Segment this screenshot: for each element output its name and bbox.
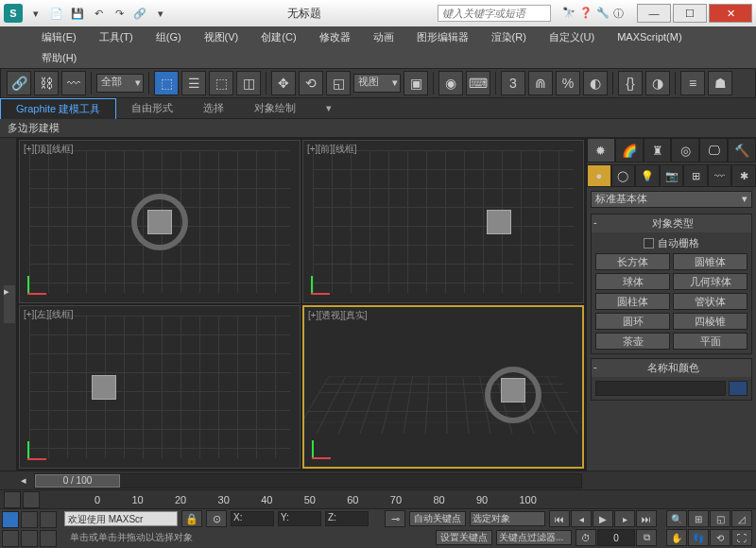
rollout-header[interactable]: -对象类型 [592, 214, 751, 232]
motion-tab-icon[interactable]: ◎ [671, 138, 699, 163]
maximize-vp-icon[interactable]: ⛶ [731, 529, 752, 546]
nav-icon[interactable] [2, 511, 19, 528]
selection-combo[interactable]: 选定对象 [470, 511, 545, 526]
angle-snap-icon[interactable]: ⋒ [528, 71, 553, 95]
snap-3-icon[interactable]: 3 [501, 71, 525, 95]
time-slider[interactable]: 0 / 100 [34, 473, 582, 488]
menu-group[interactable]: 组(G) [152, 28, 185, 46]
viewport-label[interactable]: [+][顶][线框] [24, 143, 74, 156]
scale-tool-icon[interactable]: ◱ [326, 71, 351, 95]
goto-start-icon[interactable]: ⏮ [549, 510, 570, 527]
close-button[interactable]: ✕ [709, 4, 752, 23]
helpers-icon[interactable]: ⊞ [683, 164, 708, 187]
sphere-button[interactable]: 球体 [595, 273, 670, 290]
move-tool-icon[interactable]: ✥ [271, 71, 296, 95]
geosphere-button[interactable]: 几何球体 [673, 273, 747, 290]
systems-icon[interactable]: ✱ [731, 164, 756, 187]
tube-button[interactable]: 管状体 [673, 293, 747, 310]
menu-maxscript[interactable]: MAXScript(M) [613, 29, 685, 44]
open-icon[interactable]: 📄 [47, 4, 66, 23]
play-icon[interactable]: ▶ [593, 510, 613, 527]
minimize-button[interactable]: — [637, 4, 671, 23]
spinner-snap-icon[interactable]: ◐ [583, 71, 608, 95]
box-button[interactable]: 长方体 [595, 253, 670, 270]
menu-animation[interactable]: 动画 [369, 28, 398, 46]
fov-icon[interactable]: ◿ [731, 510, 752, 527]
coord-x[interactable]: X: [231, 511, 274, 526]
frame-input[interactable]: 0 [597, 529, 635, 546]
menu-tools[interactable]: 工具(T) [95, 28, 137, 46]
app-icon[interactable]: S [4, 4, 23, 23]
tab-freeform[interactable]: 自由形式 [116, 98, 188, 118]
nav-icon[interactable] [40, 511, 57, 528]
binoculars-icon[interactable]: 🔭 [562, 7, 576, 21]
ribbon-panel-label[interactable]: 多边形建模 [0, 119, 756, 138]
menu-edit[interactable]: 编辑(E) [38, 28, 80, 46]
menu-custom[interactable]: 自定义(U) [545, 28, 598, 46]
viewport-label[interactable]: [+][透视][真实] [308, 309, 368, 322]
viewport-label[interactable]: [+][左][线框] [24, 308, 74, 321]
tool-icon[interactable]: 🔧 [596, 7, 610, 21]
spacewarps-icon[interactable]: 〰 [708, 164, 732, 187]
select-region-icon[interactable]: ⬚ [209, 71, 233, 95]
save-icon[interactable]: 💾 [68, 4, 87, 23]
nav-icon[interactable] [2, 530, 19, 547]
menu-render[interactable]: 渲染(R) [488, 28, 530, 46]
scroll-handle[interactable]: ▸ [4, 285, 15, 323]
display-tab-icon[interactable]: 🖵 [699, 138, 728, 163]
zoom-icon[interactable]: 🔍 [666, 510, 687, 527]
utilities-tab-icon[interactable]: 🔨 [728, 138, 756, 163]
maximize-button[interactable]: ☐ [673, 4, 707, 23]
isolate-icon[interactable]: ⊙ [206, 510, 227, 527]
create-tab-icon[interactable]: ✹ [587, 138, 615, 163]
bind-tool-icon[interactable]: 〰 [61, 71, 86, 95]
menu-graph[interactable]: 图形编辑器 [413, 28, 472, 46]
next-frame-icon[interactable]: ▸ [614, 510, 635, 527]
geometry-icon[interactable]: ● [587, 164, 611, 187]
category-combo[interactable]: 标准基本体 [591, 191, 752, 208]
link-icon[interactable]: 🔗 [130, 4, 149, 23]
menu-help[interactable]: 帮助(H) [38, 49, 80, 67]
window-crossing-icon[interactable]: ◫ [236, 71, 261, 95]
center-pivot-icon[interactable]: ▣ [404, 71, 428, 95]
named-sets-icon[interactable]: {} [618, 71, 643, 95]
tab-selection[interactable]: 选择 [188, 98, 239, 118]
redo-icon[interactable]: ↷ [110, 4, 129, 23]
rotate-tool-icon[interactable]: ⟲ [299, 71, 323, 95]
walk-icon[interactable]: 👣 [688, 529, 709, 546]
cameras-icon[interactable]: 📷 [660, 164, 684, 187]
help-icon[interactable]: ❓ [579, 7, 593, 21]
nav-icon[interactable] [21, 511, 38, 528]
menu-modifier[interactable]: 修改器 [316, 28, 354, 46]
menu-create[interactable]: 创建(C) [257, 28, 300, 46]
nav-icon[interactable] [40, 530, 57, 547]
tab-paint[interactable]: 对象绘制 [239, 98, 311, 118]
lights-icon[interactable]: 💡 [635, 164, 660, 187]
time-ruler[interactable]: 0102030405060708090100 [57, 494, 575, 505]
pan-icon[interactable]: ✋ [666, 529, 687, 546]
viewport-perspective[interactable]: [+][透视][真实] [302, 305, 584, 469]
teapot-button[interactable]: 茶壶 [595, 333, 670, 350]
shapes-icon[interactable]: ◯ [611, 164, 636, 187]
prev-frame-icon[interactable]: ◂ [571, 510, 592, 527]
set-key-button[interactable]: 设置关键点 [436, 530, 492, 545]
keyboard-shortcut-icon[interactable]: ⌨ [466, 71, 490, 95]
key-filter-button[interactable]: 关键点过滤器... [496, 530, 572, 545]
coord-y[interactable]: Y: [278, 511, 321, 526]
nav-icon[interactable] [21, 530, 38, 547]
time-config-icon[interactable]: ⏱ [576, 529, 596, 546]
percent-snap-icon[interactable]: % [556, 71, 580, 95]
rollout-header[interactable]: -名称和颜色 [592, 359, 751, 377]
viewport-top[interactable]: [+][顶][线框] [19, 140, 301, 303]
mirror-icon[interactable]: ◑ [645, 71, 670, 95]
pyramid-button[interactable]: 四棱锥 [673, 313, 747, 330]
track-icon[interactable] [4, 491, 21, 508]
orbit-icon[interactable]: ⟲ [710, 529, 730, 546]
viewport-label[interactable]: [+][前][线框] [307, 143, 357, 156]
unlink-tool-icon[interactable]: ⛓ [34, 71, 59, 95]
key-mode-icon[interactable]: ⊸ [385, 510, 405, 527]
tab-graphite[interactable]: Graphite 建模工具 [0, 98, 116, 119]
search-input[interactable] [438, 5, 551, 22]
track-icon[interactable] [23, 491, 40, 508]
menu-view[interactable]: 视图(V) [200, 28, 243, 46]
